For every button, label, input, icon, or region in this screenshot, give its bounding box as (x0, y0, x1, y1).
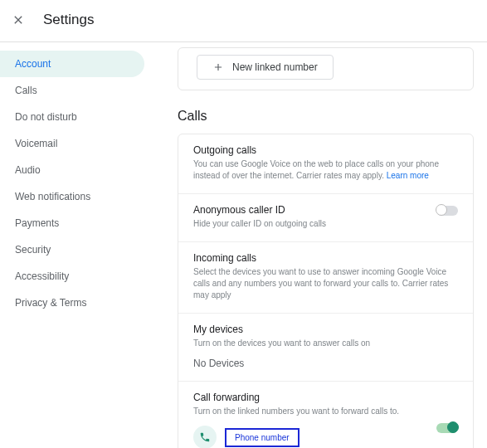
sidebar-item-security[interactable]: Security (0, 236, 144, 263)
sidebar-item-dnd[interactable]: Do not disturb (0, 104, 144, 130)
row-call-forwarding: Call forwarding Turn on the linked numbe… (178, 382, 473, 448)
row-my-devices: My devices Turn on the devices you want … (178, 314, 473, 382)
sidebar-item-label: Privacy & Terms (15, 297, 86, 309)
sidebar-item-label: Voicemail (15, 138, 57, 149)
learn-more-link[interactable]: Learn more (387, 171, 429, 180)
row-incoming-calls: Incoming calls Select the devices you wa… (178, 242, 473, 314)
incoming-sub: Select the devices you want to use to an… (193, 266, 458, 301)
incoming-title: Incoming calls (193, 252, 458, 264)
fwd-toggle[interactable] (436, 423, 458, 433)
sidebar-item-privacy[interactable]: Privacy & Terms (0, 290, 144, 316)
sidebar-item-label: Audio (15, 164, 41, 176)
section-title-calls: Calls (178, 109, 474, 124)
outgoing-sub: You can use Google Voice on the web to p… (193, 158, 458, 182)
sidebar-item-label: Account (15, 58, 51, 70)
calls-panel: Outgoing calls You can use Google Voice … (178, 134, 474, 448)
page-title: Settings (43, 12, 94, 28)
devices-title: My devices (193, 324, 458, 335)
phone-number-field[interactable]: Phone number (225, 428, 300, 447)
anon-sub: Hide your caller ID on outgoing calls (193, 218, 458, 230)
sidebar-item-payments[interactable]: Payments (0, 210, 144, 236)
anon-toggle[interactable] (436, 206, 458, 216)
fwd-title: Call forwarding (193, 392, 458, 403)
sidebar-item-label: Calls (15, 85, 37, 96)
anon-title: Anonymous caller ID (193, 204, 458, 216)
sidebar-item-label: Do not disturb (15, 111, 77, 123)
sidebar-item-label: Accessibility (15, 270, 69, 282)
sidebar-item-audio[interactable]: Audio (0, 157, 144, 183)
sidebar-item-account[interactable]: Account (0, 51, 144, 77)
new-linked-number-label: New linked number (232, 61, 318, 73)
sidebar-item-calls[interactable]: Calls (0, 77, 144, 104)
sidebar-item-web-notifications[interactable]: Web notifications (0, 183, 144, 210)
linked-number-card: New linked number (178, 47, 474, 90)
row-anonymous-caller-id: Anonymous caller ID Hide your caller ID … (178, 194, 473, 242)
devices-none: No Devices (193, 358, 458, 369)
devices-sub: Turn on the devices you want to answer c… (193, 338, 458, 349)
main-content: New linked number Calls Outgoing calls Y… (149, 42, 487, 448)
phone-icon (193, 426, 217, 448)
sidebar-item-label: Payments (15, 217, 59, 229)
sidebar-item-voicemail[interactable]: Voicemail (0, 130, 144, 157)
new-linked-number-button[interactable]: New linked number (197, 55, 334, 80)
row-outgoing-calls: Outgoing calls You can use Google Voice … (178, 134, 473, 194)
plus-icon (212, 61, 224, 73)
sidebar: Account Calls Do not disturb Voicemail A… (0, 42, 149, 448)
fwd-sub: Turn on the linked numbers you want to f… (193, 406, 458, 417)
sidebar-item-accessibility[interactable]: Accessibility (0, 263, 144, 290)
close-icon[interactable] (8, 10, 28, 30)
sidebar-item-label: Web notifications (15, 191, 90, 202)
outgoing-title: Outgoing calls (193, 144, 458, 156)
header: Settings (0, 0, 487, 42)
sidebar-item-label: Security (15, 244, 51, 256)
